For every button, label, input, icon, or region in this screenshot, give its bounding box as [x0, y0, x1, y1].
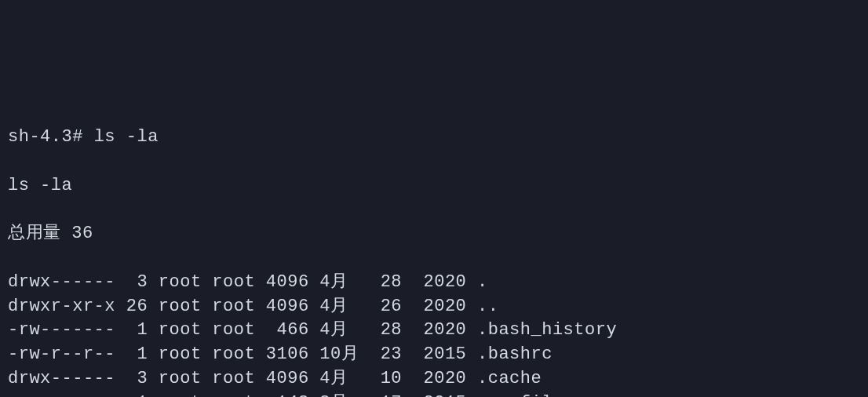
echo-line: ls -la	[8, 174, 860, 198]
file-row: drwxr-xr-x 26 root root 4096 4月 26 2020 …	[8, 295, 860, 319]
file-row: drwx------ 3 root root 4096 4月 10 2020 .…	[8, 367, 860, 392]
command-ls: ls -la	[94, 127, 159, 147]
file-row: -rw------- 1 root root 466 4月 28 2020 .b…	[8, 319, 860, 343]
file-listing: drwx------ 3 root root 4096 4月 28 2020 .…	[8, 271, 860, 397]
total-line: 总用量 36	[8, 222, 860, 246]
shell-prompt: sh-4.3#	[8, 127, 94, 147]
terminal-output: sh-4.3# ls -la ls -la 总用量 36 drwx------ …	[8, 101, 860, 397]
file-row: drwx------ 3 root root 4096 4月 28 2020 .	[8, 271, 860, 295]
prompt-line-1[interactable]: sh-4.3# ls -la	[8, 126, 860, 150]
file-row: -rw-r--r-- 1 root root 3106 10月 23 2015 …	[8, 343, 860, 367]
file-row: -rw-r--r-- 1 root root 148 8月 17 2015 .p…	[8, 392, 860, 397]
